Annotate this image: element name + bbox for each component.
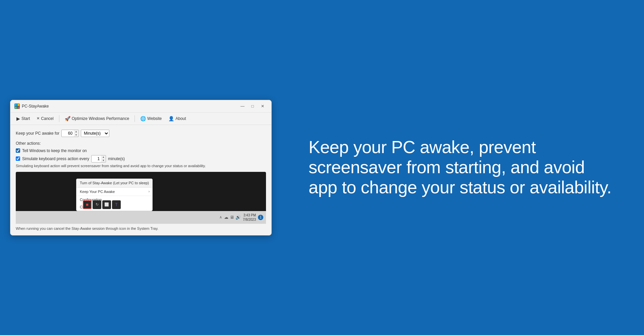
volume-icon: 🔊 (235, 215, 241, 220)
context-menu-header: Turn of Stay-Awake (Let your PC to sleep… (76, 179, 152, 188)
separator-2 (135, 115, 135, 122)
toolbar: ▶ Start ✕ Cancel 🚀 Optimize Windows Perf… (10, 113, 271, 125)
taskbar-time: 3:43 PM 7/8/2023 (243, 213, 256, 222)
start-button[interactable]: ▶ Start (14, 115, 33, 123)
tray-icon-copy[interactable]: ⬜ (102, 200, 111, 209)
svg-rect-2 (15, 107, 17, 109)
clock-time: 3:43 PM (243, 213, 256, 217)
svg-rect-3 (17, 107, 19, 109)
monitor-label: Tell Windows to keep the monitor on (22, 148, 87, 153)
marketing-text: Keep your PC awake, prevent screensaver … (309, 137, 617, 197)
other-actions-label: Other actions: (16, 141, 266, 146)
simulate-label-after: minute(s) (108, 156, 125, 161)
notification-badge[interactable]: 1 (258, 215, 263, 220)
optimize-label: Optimize Windows Performance (72, 116, 129, 121)
close-button[interactable]: ✕ (258, 103, 267, 110)
right-panel: Keep your PC awake, prevent screensaver … (282, 0, 644, 335)
website-button[interactable]: 🌐 Website (138, 115, 164, 123)
tray-icon-refresh[interactable]: ↻ (93, 200, 101, 209)
title-bar-controls: — □ ✕ (238, 103, 267, 110)
app-icon (14, 104, 20, 109)
keep-awake-row: Keep your PC awake for 60 ▲ ▼ Minute(s) … (16, 130, 266, 137)
simulate-spinner: ▲ ▼ (91, 155, 106, 162)
keep-pc-menu-item[interactable]: Keep Your PC Awake (76, 188, 146, 196)
simulate-row: Simulate keyboard press action every ▲ ▼… (16, 155, 266, 162)
submenu-arrow-icon: › (146, 188, 152, 195)
chevron-icon[interactable]: ∧ (219, 215, 222, 219)
simulate-checkbox[interactable] (16, 156, 20, 161)
clock-date: 7/8/2023 (243, 217, 256, 222)
content-area: Keep your PC awake for 60 ▲ ▼ Minute(s) … (10, 125, 271, 235)
keep-awake-label: Keep your PC awake for (16, 131, 59, 136)
cancel-button[interactable]: ✕ Cancel (34, 115, 56, 122)
minimize-button[interactable]: — (238, 103, 247, 110)
app-title: PC-StayAwake (22, 104, 49, 109)
context-menu-keep-row: Keep Your PC Awake › (76, 188, 152, 196)
simulate-label-before: Simulate keyboard press action every (22, 156, 89, 161)
cancel-label: Cancel (41, 116, 53, 121)
cloud-icon: ☁ (224, 215, 228, 220)
title-bar-left: PC-StayAwake (14, 104, 49, 109)
start-label: Start (21, 116, 30, 121)
maximize-button[interactable]: □ (248, 103, 257, 110)
about-button[interactable]: 👤 About (166, 115, 189, 123)
optimize-button[interactable]: 🚀 Optimize Windows Performance (62, 115, 132, 123)
svg-rect-0 (15, 104, 17, 106)
about-label: About (175, 116, 186, 121)
rocket-icon: 🚀 (65, 116, 70, 121)
taskbar-strip: ∧ ☁ 🖥 🔊 3:43 PM 7/8/2023 1 (16, 211, 266, 224)
play-icon: ▶ (16, 116, 20, 121)
cancel-icon: ✕ (37, 116, 40, 121)
tray-icon-teams[interactable]: T (112, 200, 121, 209)
simulate-spin-up[interactable]: ▲ (101, 155, 106, 159)
tray-icons: ■ ↻ ⬜ T (83, 200, 121, 209)
duration-input[interactable]: 60 (62, 130, 74, 136)
app-window: PC-StayAwake — □ ✕ ▶ Start ✕ Cancel 🚀 Op… (10, 100, 272, 236)
footer-note: When running you can cancel the Stay-Awa… (16, 226, 266, 230)
monitor-icon: 🖥 (230, 215, 234, 220)
unit-select[interactable]: Minute(s) Hour(s) Second(s) (81, 130, 109, 137)
website-label: Website (147, 116, 162, 121)
monitor-checkbox-row: Tell Windows to keep the monitor on (16, 148, 266, 153)
title-bar: PC-StayAwake — □ ✕ (10, 100, 271, 113)
monitor-checkbox[interactable] (16, 148, 20, 153)
duration-spinner: 60 ▲ ▼ (61, 130, 79, 137)
simulate-spin-down[interactable]: ▼ (101, 159, 106, 162)
screenshot-area: Turn of Stay-Awake (Let your PC to sleep… (16, 172, 266, 224)
tray-icon-stayawake[interactable]: ■ (83, 200, 92, 209)
svg-rect-1 (17, 104, 19, 106)
separator-1 (59, 115, 59, 122)
taskbar-icons: ☁ 🖥 🔊 (224, 215, 241, 220)
simulate-input[interactable] (92, 156, 101, 162)
spinner-buttons: ▲ ▼ (74, 130, 78, 137)
left-panel: PC-StayAwake — □ ✕ ▶ Start ✕ Cancel 🚀 Op… (0, 0, 282, 335)
spin-down-button[interactable]: ▼ (74, 133, 78, 137)
globe-icon: 🌐 (140, 116, 146, 121)
simulate-spinner-buttons: ▲ ▼ (101, 155, 106, 162)
turn-off-menu-item[interactable]: Turn of Stay-Awake (Let your PC to sleep… (76, 179, 152, 187)
info-icon: 👤 (168, 116, 174, 121)
spin-up-button[interactable]: ▲ (74, 130, 78, 133)
note-text: Simulating keyboard action will prevent … (16, 164, 266, 168)
